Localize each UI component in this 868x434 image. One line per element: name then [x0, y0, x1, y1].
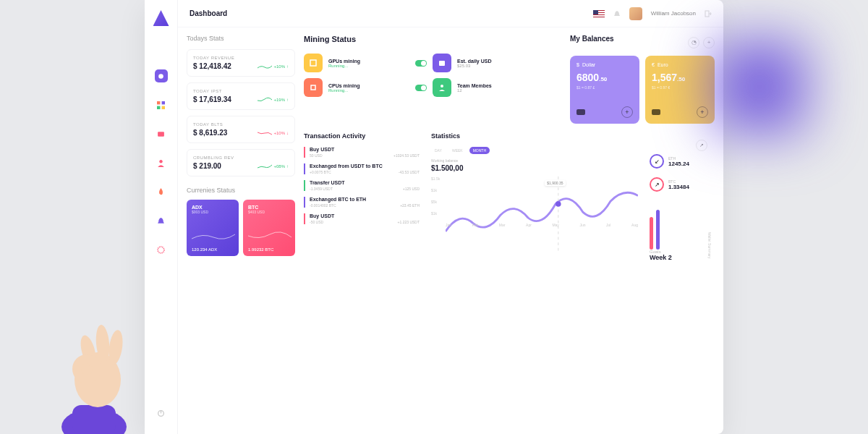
mining-daily: Est. daily USD$25.03 — [433, 54, 556, 72]
cpu-toggle[interactable] — [415, 85, 427, 91]
goal-bars — [650, 206, 715, 250]
statistics-title: Statistics — [431, 132, 638, 140]
nav-settings[interactable] — [155, 243, 168, 256]
app-window: Dashboard William Jacobson Todays Stats … — [145, 0, 723, 434]
svg-point-23 — [556, 201, 561, 207]
svg-rect-9 — [162, 101, 165, 104]
summary-eth: ↙ ETH1245.24 — [650, 154, 715, 169]
flag-icon[interactable] — [593, 10, 605, 17]
balance-card-dollar[interactable]: $Dollar 6800.50 $1 = 0.87 £ + — [570, 56, 639, 124]
svg-point-21 — [441, 85, 443, 88]
svg-rect-12 — [158, 132, 164, 137]
tab-day[interactable]: DAY — [431, 147, 446, 154]
mining-title: Mining Status — [304, 35, 556, 43]
svg-rect-20 — [311, 85, 315, 90]
nav-apps[interactable] — [155, 98, 168, 111]
transaction-item[interactable]: Exchanged from USDT to BTC+0.0075 BTC-43… — [304, 163, 420, 174]
svg-rect-1 — [72, 405, 116, 434]
currencies-title: Currenies Status — [187, 187, 295, 194]
svg-point-7 — [158, 74, 163, 79]
decorative-hand — [58, 311, 159, 434]
transactions-title: Transaction Activity — [304, 132, 420, 140]
summary-circle-icon: ↗ — [650, 177, 664, 192]
balance-add-icon[interactable]: + — [703, 37, 715, 48]
currency-card-btc[interactable]: BTC $403 USD 1.99232 BTC — [243, 200, 295, 256]
nav-dashboard[interactable] — [155, 69, 168, 82]
team-icon — [433, 78, 451, 97]
mining-gpu: GPUs miningRunning... — [304, 54, 427, 72]
nav-notifications[interactable] — [155, 214, 168, 227]
nav-fire[interactable] — [155, 185, 168, 198]
svg-rect-8 — [157, 101, 160, 104]
gpu-toggle[interactable] — [415, 60, 427, 67]
chart-tooltip: $1,900.35 — [545, 180, 565, 186]
transaction-item[interactable]: Exchanged BTC to ETH-0.0014002 BTC+23.45… — [304, 197, 420, 208]
expand-icon[interactable]: ↗ — [696, 140, 707, 151]
transaction-item[interactable]: Buy USDT-50 USD+1.223 USDT — [304, 213, 420, 224]
stat-card[interactable]: TODAY BLTS $ 8,619.23+10% ↓ — [187, 116, 295, 143]
stat-card[interactable]: TODAY REVENUE $ 12,418.42+10% ↑ — [187, 49, 295, 77]
mining-cpu: CPUs miningRunning... — [304, 78, 427, 97]
add-button[interactable]: + — [697, 106, 708, 118]
svg-rect-17 — [705, 11, 709, 17]
statistics-chart: $1.5k$1k$5k$1k $1,900.35 JanFebMarAprMay… — [431, 176, 638, 227]
balances-title: My Balances — [570, 35, 688, 43]
username: William Jacobson — [651, 10, 696, 17]
avatar[interactable] — [629, 7, 642, 20]
tab-week[interactable]: WEEK — [448, 147, 467, 154]
summary-btc: ↗ BTC1.33484 — [650, 177, 715, 192]
mining-team: Team Membes12 — [433, 78, 556, 97]
nav-wallet[interactable] — [155, 127, 168, 140]
balance-chart-icon[interactable]: ◔ — [688, 37, 699, 48]
logo-icon[interactable] — [153, 10, 169, 26]
add-button[interactable]: + — [621, 106, 633, 118]
card-chip-icon — [576, 109, 585, 115]
svg-point-13 — [159, 160, 162, 163]
daily-icon — [433, 54, 451, 72]
page-title: Dashboard — [190, 9, 227, 17]
stat-card[interactable]: TODAY IPST $ 17,619.34+19% ↑ — [187, 82, 295, 110]
svg-rect-19 — [439, 61, 445, 66]
transaction-item[interactable]: Transfer USDT-1.3459 USDT+125 USD — [304, 180, 420, 191]
header: Dashboard William Jacobson — [178, 0, 723, 27]
transaction-item[interactable]: Buy USDT50 USD+1024.53 USDT — [304, 147, 420, 158]
stats-title: Todays Stats — [187, 35, 295, 42]
cpu-icon — [304, 78, 323, 97]
nav-profile[interactable] — [155, 156, 168, 169]
svg-rect-10 — [157, 106, 160, 109]
card-chip-icon — [652, 109, 660, 115]
logout-icon[interactable] — [705, 10, 712, 17]
bell-icon[interactable] — [613, 10, 621, 17]
svg-point-14 — [158, 247, 164, 253]
stat-card[interactable]: CRUMBLING REV $ 219.00+08% ↑ — [187, 149, 295, 176]
summary-circle-icon: ↙ — [650, 154, 664, 169]
gpu-icon — [304, 54, 323, 72]
balance-card-euro[interactable]: €Euro 1,567.50 $1 = 0.97 € + — [645, 56, 715, 124]
wallet-summary-label: Wallet Summary — [707, 232, 712, 259]
tab-month[interactable]: MONTH — [469, 147, 490, 154]
svg-rect-11 — [162, 106, 165, 109]
svg-rect-18 — [310, 60, 316, 66]
currency-card-adx[interactable]: ADX $003 USD 120.234 ADX — [187, 200, 239, 256]
